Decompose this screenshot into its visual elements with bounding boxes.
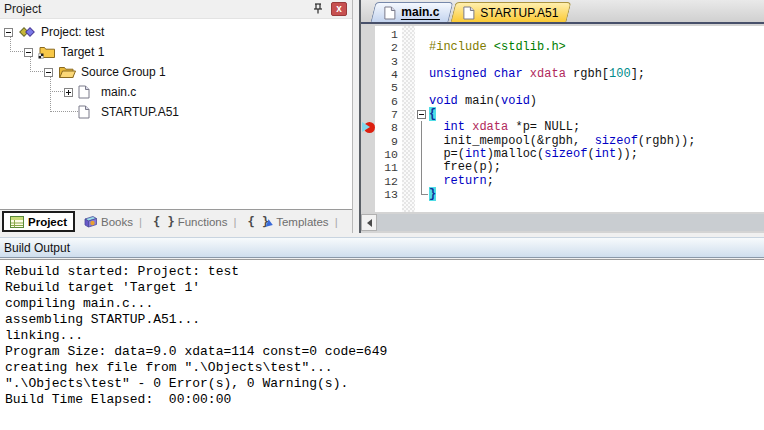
- code-token: return: [443, 174, 486, 188]
- editor-tab-main-c[interactable]: main.c: [371, 2, 454, 22]
- code-token: int: [595, 147, 617, 161]
- fold-column: [415, 108, 429, 121]
- editor-tabstrip: main.cSTARTUP.A51: [361, 0, 764, 24]
- code-text[interactable]: [429, 81, 764, 94]
- code-token: [523, 67, 530, 81]
- tree-item-project-test[interactable]: Project: test: [0, 22, 352, 42]
- code-text[interactable]: {: [429, 108, 764, 121]
- project-tree: Project: testTarget 1Source Group 1main.…: [0, 19, 352, 209]
- document-icon: [384, 6, 396, 20]
- fold-column: [415, 55, 429, 68]
- build-output-line: compiling main.c...: [5, 296, 764, 312]
- build-output-line: Rebuild started: Project: test: [5, 264, 764, 280]
- bookmark-arrow-icon: [362, 122, 370, 132]
- line-margin: [361, 175, 375, 188]
- expand-toggle[interactable]: [24, 48, 33, 57]
- gutter-cell: [402, 148, 415, 161]
- editor-tab-startup-a51[interactable]: STARTUP.A51: [451, 2, 572, 22]
- panel-tab-project[interactable]: Project: [2, 211, 75, 232]
- code-line-5: 5: [361, 81, 764, 94]
- line-number: 3: [375, 55, 402, 68]
- expand-toggle[interactable]: [44, 68, 53, 77]
- tree-item-source-group-1[interactable]: Source Group 1: [0, 62, 352, 82]
- line-number: 13: [375, 188, 402, 201]
- tree-item-label: Source Group 1: [81, 65, 166, 79]
- code-line-9: 9 init_mempool(&rgbh, sizeof(rgbh));: [361, 135, 764, 148]
- code-token: 100: [609, 67, 631, 81]
- code-token: rgbh[: [566, 67, 609, 81]
- line-number: 10: [375, 148, 402, 161]
- horizontal-scrollbar[interactable]: [361, 214, 764, 231]
- code-text[interactable]: return;: [429, 175, 764, 188]
- file-icon: [78, 85, 96, 99]
- tree-item-label: Target 1: [61, 45, 104, 59]
- code-token: (rgbh));: [638, 134, 696, 148]
- line-number: 5: [375, 81, 402, 94]
- expand-toggle[interactable]: [64, 88, 73, 97]
- code-line-8: 8 int xdata *p= NULL;: [361, 121, 764, 134]
- code-token: main(: [458, 94, 501, 108]
- bookmark-marker[interactable]: [362, 122, 375, 133]
- panel-tab-label: Functions: [178, 216, 228, 228]
- code-text[interactable]: p=(int)malloc(sizeof(int));: [429, 148, 764, 161]
- panel-tab-label: Templates: [276, 216, 328, 228]
- line-number: 1: [375, 28, 402, 41]
- line-margin: [361, 95, 375, 108]
- code-text[interactable]: init_mempool(&rgbh, sizeof(rgbh));: [429, 135, 764, 148]
- fold-column: [415, 188, 429, 201]
- project-panel: Project x Project: testTarget 1Source Gr…: [0, 0, 353, 233]
- code-text[interactable]: int xdata *p= NULL;: [429, 121, 764, 134]
- panel-tab-templates[interactable]: { }Templates: [245, 216, 332, 228]
- fold-column: [415, 28, 429, 41]
- line-number: 12: [375, 175, 402, 188]
- fold-guide-line: [421, 148, 422, 161]
- panel-tab-books[interactable]: Books: [80, 215, 136, 228]
- build-output-line: Rebuild target 'Target 1': [5, 280, 764, 296]
- code-text[interactable]: [429, 28, 764, 41]
- panel-tab-label: Project: [28, 216, 67, 228]
- project-icon: [18, 25, 36, 39]
- fold-collapse-button[interactable]: [417, 110, 426, 119]
- code-text[interactable]: free(p);: [429, 161, 764, 174]
- fold-guide-line: [421, 161, 422, 174]
- tree-item-startup-a51[interactable]: STARTUP.A51: [0, 102, 352, 122]
- line-margin: [361, 161, 375, 174]
- editor-tab-label: STARTUP.A51: [480, 6, 558, 20]
- project-panel-titlebar: Project x: [0, 0, 352, 19]
- gutter-cell: [402, 161, 415, 174]
- expand-toggle[interactable]: [4, 28, 13, 37]
- scroll-left-button[interactable]: [361, 214, 377, 231]
- code-text[interactable]: #include <stdlib.h>: [429, 41, 764, 54]
- line-number: 2: [375, 41, 402, 54]
- open-folder-icon: [58, 65, 76, 79]
- line-margin: [361, 148, 375, 161]
- pin-icon[interactable]: [310, 2, 326, 16]
- close-icon[interactable]: x: [331, 2, 347, 16]
- gutter-cell: [402, 188, 415, 201]
- code-token: [487, 67, 494, 81]
- code-editor[interactable]: 12#include <stdlib.h>34unsigned char xda…: [361, 26, 764, 212]
- code-text[interactable]: unsigned char xdata rgbh[100];: [429, 68, 764, 81]
- books-icon: [83, 215, 98, 228]
- fold-guide-line: [421, 121, 422, 134]
- scrollbar-track[interactable]: [377, 214, 764, 231]
- build-output-line: Program Size: data=9.0 xdata=114 const=0…: [5, 344, 764, 360]
- code-text[interactable]: [429, 55, 764, 68]
- tree-item-target-1[interactable]: Target 1: [0, 42, 352, 62]
- build-output-line: ".\Objects\test" - 0 Error(s), 0 Warning…: [5, 376, 764, 392]
- code-token: int: [443, 120, 465, 134]
- code-token: unsigned: [429, 67, 487, 81]
- code-token: ;: [487, 174, 494, 188]
- tree-item-label: STARTUP.A51: [101, 105, 179, 119]
- tree-item-main-c[interactable]: main.c: [0, 82, 352, 102]
- fold-guide-line: [421, 175, 422, 188]
- code-text[interactable]: }: [429, 188, 764, 201]
- editor-tab-label: main.c: [401, 5, 439, 20]
- fold-column: [415, 121, 429, 134]
- line-margin: [361, 41, 375, 54]
- code-text[interactable]: void main(void): [429, 95, 764, 108]
- code-token: void: [429, 94, 458, 108]
- gutter-cell: [402, 95, 415, 108]
- panel-tab-functions[interactable]: { }Functions: [150, 216, 231, 228]
- build-output-log[interactable]: Rebuild started: Project: testRebuild ta…: [0, 259, 764, 430]
